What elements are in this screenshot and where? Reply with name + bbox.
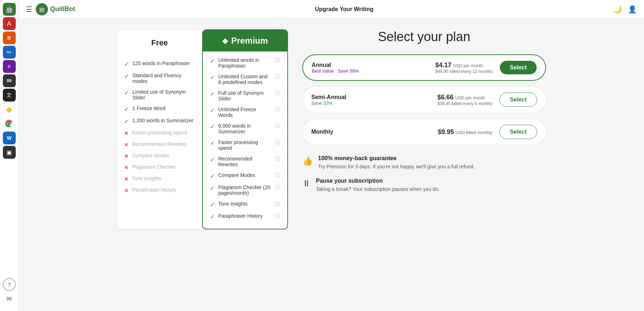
free-feature-text-5: Faster processing speed [132, 130, 187, 135]
money-back-text: 100% money-back guarantee Try Premium fo… [318, 155, 475, 171]
x-icon-8: ✕ [124, 165, 128, 171]
annual-main-price: $4.17 USD per month [435, 61, 493, 69]
grammar-sidebar-icon[interactable]: A [3, 17, 16, 30]
x-icon-10: ✕ [124, 188, 128, 193]
monthly-plan-price: $9.95 USD billed monthly [438, 128, 492, 136]
premium-sidebar-icon[interactable]: ◆ [3, 103, 16, 116]
plan-cards: Free ✓ 125 words in Paraphraser ✓ Standa… [117, 29, 288, 229]
money-back-guarantee: 👍 100% money-back guarantee Try Premium … [302, 155, 546, 171]
free-feature-text-10: Paraphraser History [132, 187, 177, 193]
premium-feature-text-0: Unlimited words in Paraphraser [218, 57, 272, 69]
free-feature-text-8: Plagiarism Checker [132, 164, 175, 170]
monthly-select-button[interactable]: Select [499, 125, 537, 139]
translator-sidebar-icon[interactable]: 文 [3, 89, 16, 102]
pcheck-icon-8: ✓ [210, 185, 215, 192]
monthly-price-unit: USD billed monthly [456, 130, 492, 135]
premium-feature-text-9: Tone insights [218, 201, 248, 207]
free-feature-9: ✕ Tone insights [124, 176, 195, 182]
annual-sub-price: $49.95 billed every 12 months [435, 69, 493, 74]
premium-feature-text-6: Recommended Rewrites [218, 156, 272, 167]
semi-annual-plan-price: $6.66 USD per month $39.95 billed every … [437, 94, 492, 106]
info-icon-10[interactable]: ⓘ [275, 213, 280, 219]
premium-feature-list: ✓ Unlimited words in Paraphraser ⓘ ✓ Unl… [210, 57, 280, 220]
premium-feature-6: ✓ Recommended Rewrites ⓘ [210, 156, 280, 167]
premium-plan-header: ◆ Premium [203, 30, 287, 51]
info-icon-4[interactable]: ⓘ [275, 123, 280, 129]
logo-icon: 🤖 [36, 3, 48, 15]
info-icon-0[interactable]: ⓘ [275, 57, 280, 64]
content-area: Free ✓ 125 words in Paraphraser ✓ Standa… [19, 19, 644, 311]
pause-text: Pause your subscription Taking a break? … [316, 178, 440, 193]
monthly-plan-option[interactable]: Monthly $9.95 USD billed monthly Select [302, 119, 546, 145]
plagiarism-sidebar-icon[interactable]: 99 [3, 74, 16, 87]
select-plan-title: Select your plan [302, 29, 546, 44]
free-feature-text-2: Limited use of Synonym Slider [132, 89, 195, 100]
monitor-sidebar-icon[interactable]: ▣ [3, 146, 16, 159]
premium-feature-1: ✓ Unlimited Custom and 8 predefined mode… [210, 74, 280, 85]
info-icon-8[interactable]: ⓘ [275, 184, 280, 191]
logo[interactable]: 🤖 QuillBot [36, 3, 75, 15]
premium-feature-text-3: Unlimited Freeze Words [218, 107, 272, 118]
mail-sidebar-icon[interactable]: ✉ [3, 292, 16, 305]
help-sidebar-icon[interactable]: ? [3, 278, 16, 291]
premium-feature-text-7: Compare Modes [218, 172, 255, 178]
semi-annual-sub-price: $39.95 billed every 6 months [437, 101, 492, 106]
money-back-description: Try Premium for 3 days. If you're not ha… [318, 163, 475, 171]
header: ☰ 🤖 QuillBot Upgrade Your Writing 🌙 👤 [19, 0, 644, 19]
annual-price-unit: USD per month [453, 63, 483, 68]
premium-feature-2: ✓ Full use of Synonym Slider ⓘ [210, 90, 280, 102]
pcheck-icon-4: ✓ [210, 123, 215, 130]
premium-feature-8: ✓ Plagiarism Checker (20 pages/month) ⓘ [210, 184, 280, 196]
pcheck-icon-7: ✓ [210, 173, 215, 179]
semi-annual-plan-option[interactable]: Semi-Annual Save 33% $6.66 USD per month… [302, 87, 546, 113]
x-icon-9: ✕ [124, 176, 128, 182]
premium-plan-name: Premium [231, 36, 268, 46]
monthly-main-price: $9.95 USD billed monthly [438, 128, 492, 136]
semi-annual-select-button[interactable]: Select [499, 93, 537, 107]
info-icon-9[interactable]: ⓘ [275, 201, 280, 207]
info-icon-3[interactable]: ⓘ [275, 107, 280, 113]
quillbot-sidebar-icon[interactable]: 🤖 [3, 3, 16, 16]
info-icon-6[interactable]: ⓘ [275, 156, 280, 162]
free-plan-name: Free [151, 38, 168, 47]
free-feature-3: ✓ 1 Freeze Word [124, 105, 195, 113]
paraphraser-sidebar-icon[interactable]: ✏ [3, 46, 16, 59]
fluency-sidebar-icon[interactable]: ≡ [3, 60, 16, 73]
check-icon-4: ✓ [124, 118, 129, 125]
pause-title: Pause your subscription [316, 178, 440, 184]
premium-plan-card: ◆ Premium ✓ Unlimited words in Paraphras… [202, 29, 288, 229]
pcheck-icon-1: ✓ [210, 74, 215, 81]
premium-gem-icon: ◆ [222, 36, 228, 45]
check-icon-0: ✓ [124, 61, 129, 68]
premium-feature-4: ✓ 6,000 words in Summarizer ⓘ [210, 123, 280, 134]
info-icon-7[interactable]: ⓘ [275, 172, 280, 179]
word-sidebar-icon[interactable]: W [3, 132, 16, 144]
chrome-sidebar-icon[interactable] [3, 117, 16, 130]
pcheck-icon-3: ✓ [210, 107, 215, 114]
premium-feature-text-2: Full use of Synonym Slider [218, 90, 272, 102]
semi-annual-main-price: $6.66 USD per month [437, 94, 492, 101]
hamburger-icon[interactable]: ☰ [26, 5, 32, 14]
semi-annual-price-unit: USD per month [455, 95, 485, 100]
info-icon-2[interactable]: ⓘ [275, 90, 280, 97]
pcheck-icon-0: ✓ [210, 58, 215, 64]
pcheck-icon-9: ✓ [210, 201, 215, 208]
free-feature-text-4: 1,200 words in Summarizer [132, 118, 193, 123]
user-icon[interactable]: 👤 [628, 5, 637, 14]
premium-feature-text-10: Paraphraser History [218, 213, 263, 219]
pause-icon: ⏸ [302, 178, 311, 188]
semi-annual-plan-name: Semi-Annual [311, 94, 430, 100]
check-icon-2: ✓ [124, 89, 129, 96]
guarantee-section: 👍 100% money-back guarantee Try Premium … [302, 155, 546, 193]
sidebar: 🤖 A B ✏ ≡ 99 文 ◆ W ▣ ? ✉ [0, 0, 19, 311]
free-feature-text-6: Recommended Rewrites [132, 141, 187, 147]
annual-select-button[interactable]: Select [500, 61, 537, 74]
info-icon-1[interactable]: ⓘ [275, 74, 280, 80]
summarizer-sidebar-icon[interactable]: B [3, 31, 16, 44]
annual-plan-option[interactable]: Annual Best Value Save 58% $4.17 USD per… [302, 54, 546, 81]
info-icon-5[interactable]: ⓘ [275, 139, 280, 146]
money-back-title: 100% money-back guarantee [318, 155, 475, 162]
dark-mode-icon[interactable]: 🌙 [613, 5, 622, 14]
header-right: 🌙 👤 [613, 5, 637, 14]
page-title: Upgrade Your Writing [315, 6, 374, 13]
